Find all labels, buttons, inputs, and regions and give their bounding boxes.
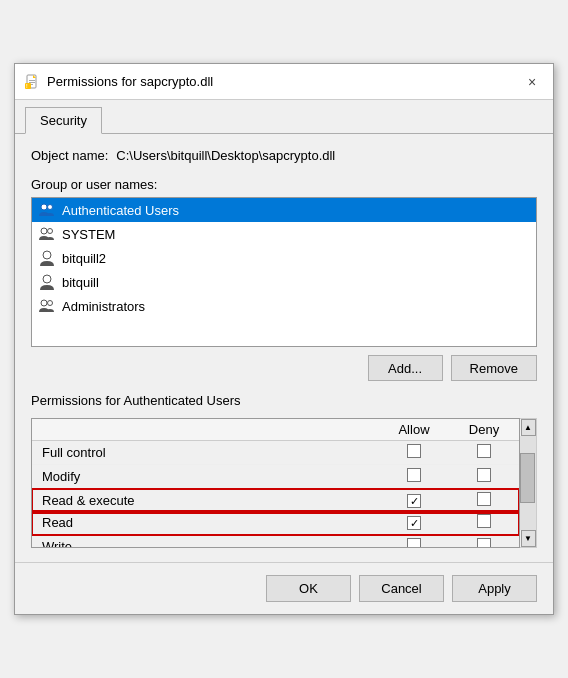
checkbox-read-allow[interactable]: ✓ xyxy=(407,516,421,530)
svg-point-8 xyxy=(48,205,53,210)
tab-security[interactable]: Security xyxy=(25,107,102,134)
group-icon xyxy=(38,297,56,315)
scrollbar-thumb[interactable] xyxy=(520,453,535,503)
object-name-row: Object name: C:\Users\bitquill\Desktop\s… xyxy=(31,148,537,163)
perm-row-read-execute[interactable]: Read & execute ✓ xyxy=(32,489,519,513)
user-name: bitquill xyxy=(62,275,99,290)
permissions-scroll[interactable]: Allow Deny Full control Modify xyxy=(31,418,520,548)
title-bar-left: ! Permissions for sapcrypto.dll xyxy=(25,74,213,90)
user-name: Authenticated Users xyxy=(62,203,179,218)
user-list[interactable]: Authenticated Users SYSTEM bitquill2 xyxy=(31,197,537,347)
checkbox-modify-allow[interactable] xyxy=(407,468,421,482)
svg-point-13 xyxy=(41,300,47,306)
scroll-up-arrow[interactable]: ▲ xyxy=(521,419,536,436)
user-item-authenticated[interactable]: Authenticated Users xyxy=(32,198,536,222)
scrollbar-track: ▲ ▼ xyxy=(520,418,537,548)
checkbox-write-allow[interactable] xyxy=(407,538,421,548)
svg-point-11 xyxy=(43,251,51,259)
add-button[interactable]: Add... xyxy=(368,355,443,381)
user-name: Administrators xyxy=(62,299,145,314)
svg-point-9 xyxy=(41,228,47,234)
svg-point-14 xyxy=(48,301,53,306)
scrollbar-groove xyxy=(520,436,536,530)
checkbox-full-deny[interactable] xyxy=(477,444,491,458)
user-item-system[interactable]: SYSTEM xyxy=(32,222,536,246)
file-icon: ! xyxy=(25,74,41,90)
remove-button[interactable]: Remove xyxy=(451,355,537,381)
col-allow: Allow xyxy=(379,419,449,440)
checkbox-readexec-allow[interactable]: ✓ xyxy=(407,494,421,508)
col-deny: Deny xyxy=(449,419,519,440)
user-icon xyxy=(38,249,56,267)
permissions-dialog: ! Permissions for sapcrypto.dll × Securi… xyxy=(14,63,554,615)
svg-point-10 xyxy=(48,229,53,234)
permissions-label: Permissions for Authenticated Users xyxy=(31,393,537,410)
user-item-bitquill[interactable]: bitquill xyxy=(32,270,536,294)
object-name-value: C:\Users\bitquill\Desktop\sapcrypto.dll xyxy=(116,148,335,163)
user-item-bitquill2[interactable]: bitquill2 xyxy=(32,246,536,270)
dialog-title: Permissions for sapcrypto.dll xyxy=(47,74,213,89)
group-icon xyxy=(38,225,56,243)
checkbox-full-allow[interactable] xyxy=(407,444,421,458)
add-remove-buttons: Add... Remove xyxy=(31,355,537,381)
permissions-header: Allow Deny xyxy=(32,419,519,441)
object-name-label: Object name: xyxy=(31,148,108,163)
dialog-content: Object name: C:\Users\bitquill\Desktop\s… xyxy=(15,134,553,562)
tabs-bar: Security xyxy=(15,100,553,134)
perm-row-write[interactable]: Write xyxy=(32,535,519,548)
perm-row-read[interactable]: Read ✓ xyxy=(32,511,519,535)
perm-row-full-control[interactable]: Full control xyxy=(32,441,519,465)
user-name: bitquill2 xyxy=(62,251,106,266)
svg-rect-3 xyxy=(29,82,35,83)
checkbox-modify-deny[interactable] xyxy=(477,468,491,482)
ok-button[interactable]: OK xyxy=(266,575,351,602)
group-label: Group or user names: xyxy=(31,177,537,192)
checkbox-read-deny[interactable] xyxy=(477,514,491,528)
user-name: SYSTEM xyxy=(62,227,115,242)
cancel-button[interactable]: Cancel xyxy=(359,575,444,602)
user-icon xyxy=(38,273,56,291)
user-item-administrators[interactable]: Administrators xyxy=(32,294,536,318)
scroll-down-arrow[interactable]: ▼ xyxy=(521,530,536,547)
checkbox-readexec-deny[interactable] xyxy=(477,492,491,506)
title-bar: ! Permissions for sapcrypto.dll × xyxy=(15,64,553,100)
checkbox-write-deny[interactable] xyxy=(477,538,491,548)
apply-button[interactable]: Apply xyxy=(452,575,537,602)
perm-row-modify[interactable]: Modify xyxy=(32,465,519,489)
svg-point-12 xyxy=(43,275,51,283)
group-icon xyxy=(38,201,56,219)
permissions-area: Allow Deny Full control Modify xyxy=(31,418,537,548)
col-name xyxy=(32,419,379,440)
svg-rect-2 xyxy=(29,80,35,81)
svg-point-7 xyxy=(41,204,47,210)
close-button[interactable]: × xyxy=(521,71,543,93)
footer-buttons: OK Cancel Apply xyxy=(15,562,553,614)
